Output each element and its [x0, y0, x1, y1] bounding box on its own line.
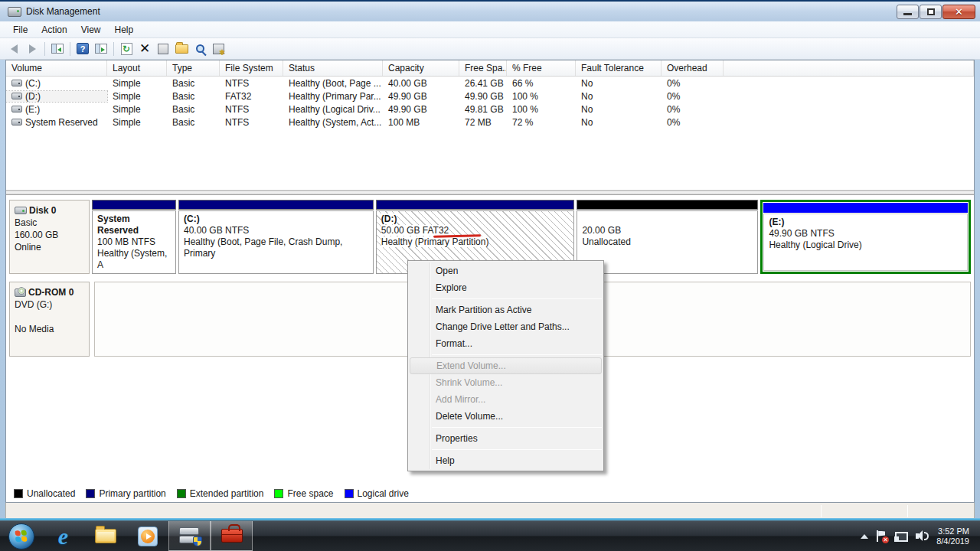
- menu-item-shrink-volume[interactable]: Shrink Volume...: [410, 374, 602, 391]
- restore-button[interactable]: [920, 5, 942, 19]
- menu-item-help[interactable]: Help: [410, 452, 602, 469]
- column-header-free-space[interactable]: Free Spa...: [459, 60, 507, 76]
- system-tray: ✕ 3:52 PM 8/4/2019: [861, 521, 980, 551]
- column-header-volume[interactable]: Volume: [6, 60, 107, 76]
- find-icon[interactable]: [191, 41, 208, 57]
- menu-item-delete-volume[interactable]: Delete Volume...: [410, 408, 602, 425]
- cell-capacity: 49.90 GB: [383, 104, 459, 115]
- menu-item-properties[interactable]: Properties: [410, 430, 602, 447]
- menu-help[interactable]: Help: [108, 23, 141, 37]
- cell-overhead: 0%: [662, 91, 724, 102]
- menu-item-label: Explore: [436, 282, 467, 293]
- clock-date: 8/4/2019: [936, 536, 969, 546]
- toolbar-separator: [113, 42, 114, 56]
- legend-label: Unallocated: [27, 488, 75, 499]
- taskbar-clock[interactable]: 3:52 PM 8/4/2019: [936, 527, 969, 546]
- refresh-icon[interactable]: ↻: [118, 41, 135, 57]
- menu-item-label: Format...: [436, 338, 472, 349]
- cell-type: Basic: [167, 104, 220, 115]
- forward-icon[interactable]: [24, 41, 41, 57]
- back-icon[interactable]: [5, 41, 22, 57]
- delete-icon[interactable]: ✕: [136, 41, 153, 57]
- cell-layout: Simple: [107, 104, 167, 115]
- minimize-icon: [903, 13, 912, 15]
- menu-item-label: Delete Volume...: [436, 411, 503, 422]
- open-folder-icon[interactable]: [173, 41, 190, 57]
- internet-explorer-icon: e: [58, 525, 68, 548]
- taskbar-toolbox[interactable]: [211, 521, 253, 551]
- menu-item-extend-volume[interactable]: Extend Volume...: [410, 357, 602, 374]
- show-console-tree-icon[interactable]: [49, 41, 66, 57]
- close-button[interactable]: ✕: [942, 5, 975, 19]
- column-header-fault-tolerance[interactable]: Fault Tolerance: [576, 60, 662, 76]
- taskbar-windows-explorer[interactable]: [84, 521, 126, 551]
- column-header-overhead[interactable]: Overhead: [662, 60, 724, 76]
- start-button[interactable]: [0, 521, 42, 551]
- cell-pct-free: 100 %: [507, 91, 576, 102]
- menu-separator: [432, 298, 602, 299]
- table-row[interactable]: (D:) Simple Basic FAT32 Healthy (Primary…: [6, 90, 974, 103]
- disk0-label[interactable]: Disk 0 Basic 160.00 GB Online: [9, 200, 90, 274]
- table-row[interactable]: (E:) Simple Basic NTFS Healthy (Logical …: [6, 103, 974, 116]
- cell-fs: NTFS: [220, 117, 283, 128]
- network-icon[interactable]: [894, 530, 908, 542]
- menu-item-change-drive-letter[interactable]: Change Drive Letter and Paths...: [410, 318, 602, 335]
- menu-separator: [432, 427, 602, 428]
- taskbar-disk-management[interactable]: [168, 521, 211, 551]
- menu-file[interactable]: File: [6, 23, 34, 37]
- disk-settings-icon[interactable]: [210, 41, 227, 57]
- context-menu: Open Explore Mark Partition as Active Ch…: [407, 260, 604, 471]
- taskbar-internet-explorer[interactable]: e: [42, 521, 84, 551]
- volume-icon[interactable]: [916, 530, 929, 542]
- menu-item-label: Open: [436, 266, 458, 276]
- menu-action[interactable]: Action: [34, 23, 74, 37]
- menu-item-format[interactable]: Format...: [410, 335, 602, 352]
- properties-icon[interactable]: [155, 41, 172, 57]
- taskbar: e ✕ 3:52 PM 8/4/2019: [0, 520, 980, 551]
- menu-item-explore[interactable]: Explore: [410, 279, 602, 296]
- legend-swatch-extended: [177, 489, 186, 498]
- title-bar[interactable]: Disk Management ✕: [0, 2, 980, 21]
- logical-drive-bar: [763, 203, 968, 213]
- partition-e-logical[interactable]: (E:) 49.90 GB NTFS Healthy (Logical Driv…: [760, 200, 971, 274]
- column-header-status[interactable]: Status: [283, 60, 383, 76]
- status-bar-divider: [821, 505, 822, 517]
- menu-item-open[interactable]: Open: [410, 262, 602, 279]
- cell-fault: No: [576, 104, 662, 115]
- minimize-button[interactable]: [897, 5, 919, 19]
- column-header-pct-free[interactable]: % Free: [507, 60, 576, 76]
- menu-item-mark-partition-active[interactable]: Mark Partition as Active: [410, 302, 602, 318]
- menu-item-label: Extend Volume...: [436, 360, 506, 371]
- table-row[interactable]: System Reserved Simple Basic NTFS Health…: [6, 116, 974, 129]
- show-action-pane-icon[interactable]: [93, 41, 109, 57]
- column-header-type[interactable]: Type: [167, 60, 220, 76]
- help-icon[interactable]: ?: [74, 41, 91, 57]
- column-header-layout[interactable]: Layout: [107, 60, 167, 76]
- column-header-file-system[interactable]: File System: [220, 60, 283, 76]
- column-header-capacity[interactable]: Capacity: [383, 60, 459, 76]
- cell-layout: Simple: [107, 91, 167, 102]
- taskbar-media-player[interactable]: [126, 521, 168, 551]
- legend-label: Extended partition: [190, 488, 264, 499]
- cell-type: Basic: [167, 117, 220, 128]
- menu-item-label: Mark Partition as Active: [436, 305, 531, 315]
- menu-item-label: Help: [436, 455, 455, 466]
- cdrom-drive-letter: DVD (G:): [15, 298, 84, 311]
- cell-pct-free: 72 %: [507, 117, 576, 128]
- volume-list: Volume Layout Type File System Status Ca…: [6, 60, 974, 191]
- partition-status: Healthy (Primary Partition): [381, 236, 489, 247]
- action-center-flag-icon[interactable]: ✕: [876, 530, 887, 543]
- menu-view[interactable]: View: [74, 23, 108, 37]
- menu-item-add-mirror[interactable]: Add Mirror...: [410, 391, 602, 408]
- media-player-icon: [138, 527, 158, 546]
- cdrom-label[interactable]: CD-ROM 0 DVD (G:) No Media: [9, 282, 90, 357]
- show-hidden-icons-icon[interactable]: [861, 534, 868, 539]
- partition-system-reserved[interactable]: System Reserved 100 MB NTFS Healthy (Sys…: [92, 200, 176, 274]
- disk-icon: [15, 207, 27, 214]
- disk-management-icon: [179, 527, 201, 545]
- partition-c[interactable]: (C:) 40.00 GB NTFS Healthy (Boot, Page F…: [178, 200, 374, 274]
- legend-label: Free space: [287, 488, 333, 499]
- table-row[interactable]: (C:) Simple Basic NTFS Healthy (Boot, Pa…: [6, 77, 974, 90]
- cell-capacity: 49.90 GB: [383, 91, 459, 102]
- cell-pct-free: 66 %: [507, 78, 576, 89]
